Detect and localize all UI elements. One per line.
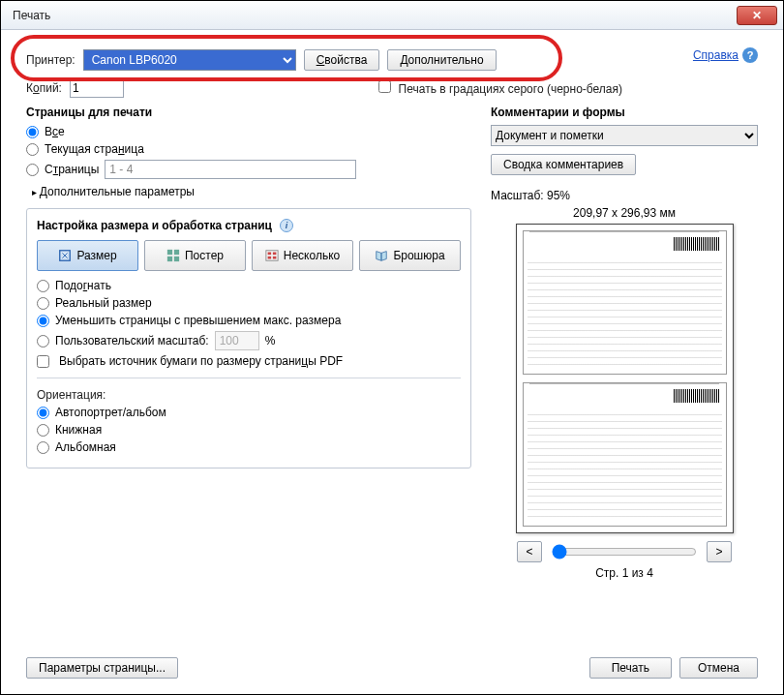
close-icon: ✕ <box>752 9 762 22</box>
separator <box>37 378 461 378</box>
svg-rect-2 <box>174 250 179 255</box>
booklet-segment[interactable]: Брошюра <box>359 240 461 271</box>
multiple-icon <box>265 249 279 262</box>
scale-label: Масштаб: 95% <box>491 189 758 202</box>
size-icon <box>58 249 72 262</box>
window-title: Печать <box>7 9 737 22</box>
svg-rect-6 <box>267 253 271 256</box>
comments-select[interactable]: Документ и пометки <box>491 125 758 146</box>
page-setup-button[interactable]: Параметры страницы... <box>26 657 178 679</box>
barcode-icon <box>674 237 720 251</box>
comments-summary-button[interactable]: Сводка комментариев <box>491 154 636 175</box>
next-page-button[interactable]: > <box>707 541 732 562</box>
custom-scale-radio[interactable]: Пользовательский масштаб: % <box>37 331 461 350</box>
poster-icon <box>166 249 180 262</box>
orient-auto-radio[interactable]: Автопортрет/альбом <box>37 406 461 419</box>
svg-rect-1 <box>167 250 172 255</box>
svg-rect-7 <box>273 253 277 256</box>
pages-current-radio[interactable]: Текущая страница <box>26 142 471 156</box>
page-indicator: Стр. 1 из 4 <box>491 566 758 580</box>
svg-rect-9 <box>273 257 277 259</box>
grayscale-checkbox-label[interactable]: Печать в градациях серого (черно-белая) <box>378 80 622 96</box>
preview-dimensions: 209,97 x 296,93 мм <box>491 206 758 220</box>
preview-page-upper <box>523 230 727 375</box>
sizing-title: Настройка размера и обработка страниц i <box>37 219 461 232</box>
size-segment[interactable]: Размер <box>37 240 138 271</box>
barcode-icon <box>674 389 720 403</box>
dialog-footer: Параметры страницы... Печать Отмена <box>26 657 758 679</box>
multiple-segment[interactable]: Несколько <box>252 240 353 271</box>
main-columns: Страницы для печати Все Текущая страница… <box>26 106 758 580</box>
sizing-group: Настройка размера и обработка страниц i … <box>26 208 471 468</box>
preview-slider[interactable] <box>552 544 697 559</box>
booklet-icon <box>375 249 388 262</box>
pages-range-radio[interactable]: Страницы <box>26 160 471 179</box>
copies-row: Копий: Печать в градациях серого (черно-… <box>26 78 758 98</box>
cancel-button[interactable]: Отмена <box>679 657 758 679</box>
pages-more-disclosure[interactable]: Дополнительные параметры <box>32 185 471 198</box>
right-column: Комментарии и формы Документ и пометки С… <box>491 106 758 580</box>
titlebar: Печать ✕ <box>1 1 783 30</box>
left-column: Страницы для печати Все Текущая страница… <box>26 106 471 580</box>
copies-input[interactable] <box>70 78 124 98</box>
orient-portrait-radio[interactable]: Книжная <box>37 423 461 437</box>
print-preview <box>516 224 734 533</box>
pages-all-radio[interactable]: Все <box>26 125 471 138</box>
print-button[interactable]: Печать <box>589 657 672 679</box>
custom-scale-input[interactable] <box>215 331 259 350</box>
print-dialog: Печать ✕ Справка ? Принтер: Canon LBP602… <box>0 0 784 695</box>
paper-source-checkbox-row[interactable]: Выбрать источник бумаги по размеру стран… <box>37 354 461 368</box>
printer-label: Принтер: <box>26 53 75 67</box>
printer-select[interactable]: Canon LBP6020 <box>83 49 296 71</box>
copies-label: Копий: <box>26 81 62 95</box>
paper-source-checkbox[interactable] <box>37 355 49 368</box>
poster-segment[interactable]: Постер <box>144 240 246 271</box>
preview-page-lower <box>523 382 727 527</box>
prev-page-button[interactable]: < <box>517 541 542 562</box>
info-icon[interactable]: i <box>280 219 293 232</box>
printer-row: Принтер: Canon LBP6020 Свойства Дополнит… <box>26 49 758 71</box>
svg-rect-8 <box>267 257 271 259</box>
close-button[interactable]: ✕ <box>737 6 777 25</box>
comments-title: Комментарии и формы <box>491 106 758 119</box>
actual-radio[interactable]: Реальный размер <box>37 296 461 310</box>
grayscale-checkbox[interactable] <box>378 80 391 93</box>
properties-button[interactable]: Свойства <box>304 49 380 71</box>
pages-title: Страницы для печати <box>26 106 471 119</box>
pages-range-input[interactable] <box>105 160 356 179</box>
svg-rect-3 <box>167 257 172 261</box>
svg-rect-4 <box>174 257 179 261</box>
orient-landscape-radio[interactable]: Альбомная <box>37 440 461 454</box>
svg-rect-5 <box>266 251 278 261</box>
sizing-mode-segments: Размер Постер Несколько Брошюра <box>37 240 461 271</box>
advanced-button[interactable]: Дополнительно <box>387 49 496 71</box>
orientation-title: Ориентация: <box>37 388 461 402</box>
shrink-radio[interactable]: Уменьшить страницы с превышением макс. р… <box>37 314 461 327</box>
preview-nav: < > <box>491 541 758 562</box>
fit-radio[interactable]: Подогнать <box>37 279 461 292</box>
dialog-content: Справка ? Принтер: Canon LBP6020 Свойств… <box>1 30 783 694</box>
